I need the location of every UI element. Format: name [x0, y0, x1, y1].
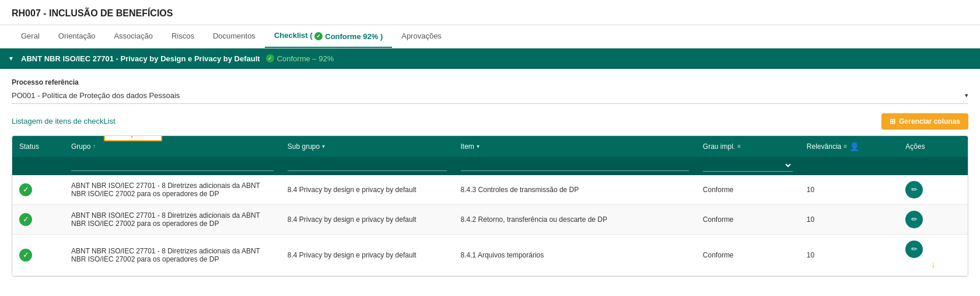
check-icon-section: ✓	[266, 54, 274, 62]
item-cell-2: 8.4.2 Retorno, transferência ou descarte…	[454, 204, 696, 234]
edit-button-2[interactable]: ✏	[905, 211, 923, 228]
relevancia-cell-2: 10	[800, 204, 898, 234]
tab-associacao[interactable]: Associação	[104, 26, 162, 47]
relevancia-cell-1: 10	[800, 175, 898, 205]
table-container: Status Grupo ↑ Pesquisar	[12, 135, 968, 277]
section-header: ▾ ABNT NBR ISO/IEC 27701 - Privacy by De…	[0, 48, 980, 69]
grupo-cell-1: ABNT NBR ISO/IEC 27701 - 8 Diretrizes ad…	[64, 175, 281, 205]
grid-icon: ⊞	[890, 117, 895, 126]
filter-grau	[696, 157, 800, 175]
grupo-sort-icon: ↑	[93, 143, 96, 149]
item-cell-3: 8.4.1 Arquivos temporários	[454, 234, 696, 276]
listagem-header: Listagem de itens de checkList ⊞ Gerenci…	[12, 113, 968, 130]
processo-ref-value: PO001 - Política de Proteção dos dados P…	[12, 91, 968, 104]
tab-checklist[interactable]: Checklist ( ✓ Conforme 92% )	[265, 25, 392, 48]
status-cell-3: ✓	[12, 234, 64, 276]
table-header-row: Status Grupo ↑ Pesquisar	[12, 136, 968, 157]
section-title: ABNT NBR ISO/IEC 27701 - Privacy by Desi…	[21, 54, 260, 63]
status-icon-1: ✓	[19, 183, 32, 196]
grau-filter-icon: ≡	[737, 143, 741, 149]
edit-button-3[interactable]: ✏	[905, 241, 923, 258]
tab-riscos[interactable]: Riscos	[162, 26, 204, 47]
chevron-down-icon: ▾	[965, 92, 968, 99]
grau-cell-3: Conforme	[696, 234, 800, 276]
arrow-down-orange: ↓	[905, 259, 961, 270]
tab-geral[interactable]: Geral	[12, 26, 49, 47]
filter-subgrupo	[281, 157, 454, 175]
acoes-cell-3: ✏ ↓ Editar	[898, 234, 968, 276]
subgrupo-cell-3: 8.4 Privacy by design e privacy by defau…	[281, 234, 454, 276]
pesquisar-label: Pesquisar	[104, 135, 162, 141]
th-item[interactable]: Item ▾	[454, 136, 696, 157]
tab-checklist-badge: ✓ Conforme 92% )	[314, 32, 383, 41]
filter-acoes	[898, 157, 968, 175]
subgrupo-cell-2: 8.4 Privacy by design e privacy by defau…	[281, 204, 454, 234]
filter-relevancia	[800, 157, 898, 175]
grau-cell-1: Conforme	[696, 175, 800, 205]
item-sort-icon: ▾	[477, 143, 480, 149]
check-icon-tab: ✓	[314, 32, 323, 40]
tab-checklist-label: Checklist (	[274, 31, 313, 40]
acoes-cell-2: ✏	[898, 204, 968, 234]
checklist-table: Status Grupo ↑ Pesquisar	[12, 136, 968, 276]
status-icon-3: ✓	[19, 249, 32, 262]
grupo-filter-input[interactable]	[71, 160, 274, 171]
item-filter-input[interactable]	[461, 160, 689, 171]
person-icon: 👤	[849, 142, 859, 151]
status-cell-2: ✓	[12, 204, 64, 234]
tab-documentos[interactable]: Documentos	[204, 26, 265, 47]
item-cell-1: 8.4.3 Controles de transmissão de DP	[454, 175, 696, 205]
subgrupo-filter-input[interactable]	[288, 160, 447, 171]
relevancia-filter-icon: ≡	[844, 143, 847, 149]
table-row: ✓ ABNT NBR ISO/IEC 27701 - 8 Diretrizes …	[12, 234, 968, 276]
listagem-title: Listagem de itens de checkList	[12, 117, 116, 126]
collapse-icon[interactable]: ▾	[9, 54, 13, 62]
th-relevancia[interactable]: Relevância ≡ 👤	[800, 136, 898, 157]
acoes-cell-1: ✏	[898, 175, 968, 205]
th-acoes: Ações	[898, 136, 968, 157]
subgrupo-sort-icon: ▾	[322, 143, 325, 149]
filter-item	[454, 157, 696, 175]
grau-cell-2: Conforme	[696, 204, 800, 234]
edit-button-1[interactable]: ✏	[905, 181, 923, 199]
status-icon-2: ✓	[19, 213, 32, 226]
th-subgrupo[interactable]: Sub grupo ▾	[281, 136, 454, 157]
th-grau[interactable]: Grau impl. ≡	[696, 136, 800, 157]
grupo-cell-3: ABNT NBR ISO/IEC 27701 - 8 Diretrizes ad…	[64, 234, 281, 276]
gerenciar-colunas-button[interactable]: ⊞ Gerenciar colunas	[881, 113, 968, 130]
grupo-cell-2: ABNT NBR ISO/IEC 27701 - 8 Diretrizes ad…	[64, 204, 281, 234]
filter-grupo	[64, 157, 281, 175]
th-status: Status	[12, 136, 64, 157]
processo-ref-label: Processo referência	[12, 78, 968, 86]
page-title: RH007 - INCLUSÃO DE BENEFÍCIOS	[0, 0, 980, 25]
conforme-badge: ✓ Conforme – 92%	[266, 54, 334, 63]
content-area: Processo referência PO001 - Política de …	[0, 69, 980, 286]
grau-filter-select[interactable]	[703, 159, 793, 172]
th-grupo[interactable]: Grupo ↑ Pesquisar	[64, 136, 281, 157]
tab-bar: Geral Orientação Associação Riscos Docum…	[0, 25, 980, 48]
tab-orientacao[interactable]: Orientação	[49, 26, 105, 47]
table-row: ✓ ABNT NBR ISO/IEC 27701 - 8 Diretrizes …	[12, 204, 968, 234]
filter-status	[12, 157, 64, 175]
listagem-section: Listagem de itens de checkList ⊞ Gerenci…	[12, 113, 968, 277]
table-row: ✓ ABNT NBR ISO/IEC 27701 - 8 Diretrizes …	[12, 175, 968, 205]
tab-aprovacoes[interactable]: Aprovações	[392, 26, 451, 47]
status-cell-1: ✓	[12, 175, 64, 205]
relevancia-cell-3: 10	[800, 234, 898, 276]
subgrupo-cell-1: 8.4 Privacy by design e privacy by defau…	[281, 175, 454, 205]
filter-row	[12, 157, 968, 175]
